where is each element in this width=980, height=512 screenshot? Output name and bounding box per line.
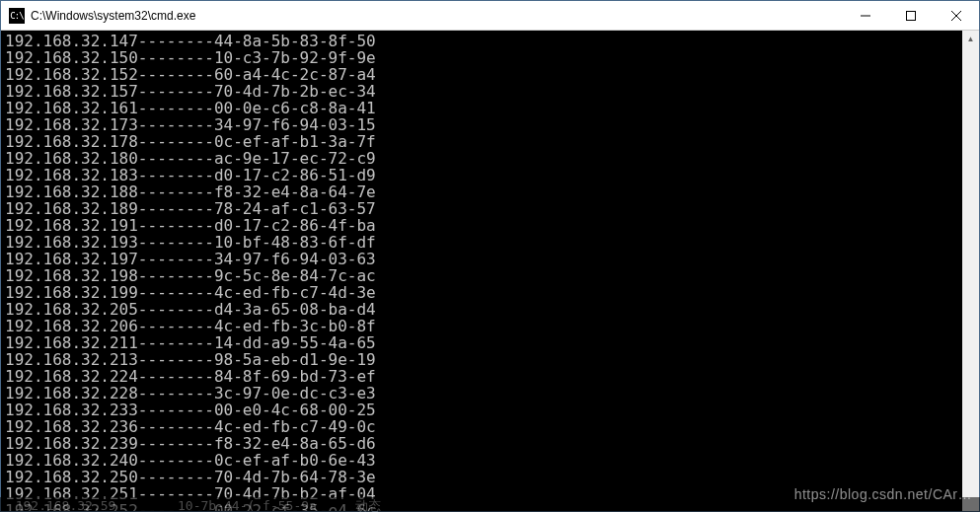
- app-icon: C:\: [9, 8, 25, 24]
- window-title: C:\Windows\system32\cmd.exe: [31, 9, 843, 23]
- terminal-client-area: 192.168.32.147--------44-8a-5b-83-8f-50 …: [1, 31, 979, 511]
- maximize-button[interactable]: [888, 1, 934, 30]
- window-controls: [843, 1, 979, 30]
- terminal-output[interactable]: 192.168.32.147--------44-8a-5b-83-8f-50 …: [1, 31, 979, 511]
- cmd-window: C:\ C:\Windows\system32\cmd.exe 192.168.…: [0, 0, 980, 512]
- vertical-scrollbar[interactable]: ▲: [962, 31, 979, 511]
- minimize-button[interactable]: [843, 1, 888, 30]
- close-button[interactable]: [934, 1, 979, 30]
- obscured-row: 192.168.32.59 10-7b-44-( f-55-9a 动态: [0, 497, 980, 512]
- scroll-up-icon[interactable]: ▲: [962, 31, 979, 47]
- svg-rect-1: [907, 11, 916, 20]
- titlebar[interactable]: C:\ C:\Windows\system32\cmd.exe: [1, 1, 979, 31]
